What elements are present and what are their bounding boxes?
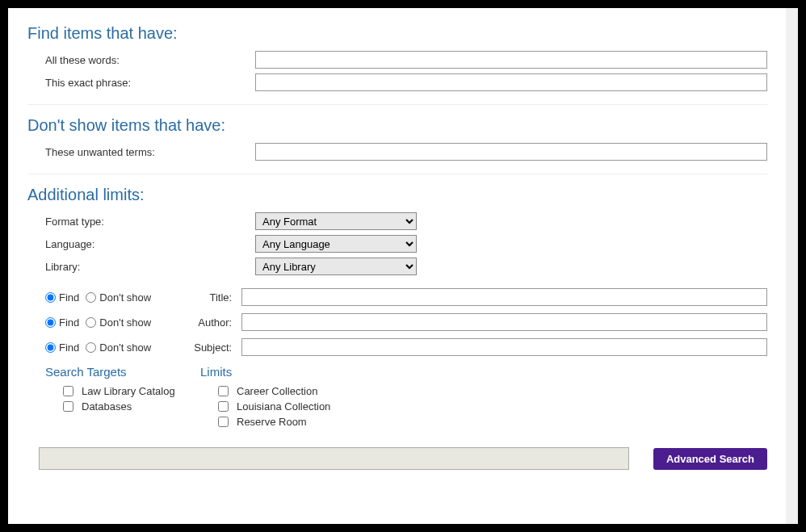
radio-input[interactable] bbox=[86, 292, 96, 303]
radio-find-subject[interactable]: Find bbox=[45, 341, 79, 354]
section-dont-show-heading: Don't show items that have: bbox=[27, 116, 767, 135]
radio-input[interactable] bbox=[86, 317, 96, 328]
footer: Advanced Search bbox=[27, 447, 767, 470]
label-title: Title: bbox=[172, 291, 232, 304]
check-databases[interactable]: Databases bbox=[63, 400, 200, 413]
row-language: Language: Any Language bbox=[27, 235, 767, 253]
checkbox-input[interactable] bbox=[218, 401, 229, 412]
row-format: Format type: Any Format bbox=[27, 212, 767, 230]
radio-find-title[interactable]: Find bbox=[45, 291, 79, 304]
label-language: Language: bbox=[45, 238, 255, 250]
label-exact-phrase: This exact phrase: bbox=[45, 77, 255, 89]
radio-find-author[interactable]: Find bbox=[45, 316, 79, 329]
label-library: Library: bbox=[45, 261, 255, 273]
checkbox-input[interactable] bbox=[63, 386, 73, 396]
radio-rows: Find Don't show Title: Find Don't show A… bbox=[27, 288, 767, 356]
row-library: Library: Any Library bbox=[27, 258, 767, 275]
section-limits-heading: Additional limits: bbox=[27, 186, 767, 204]
check-career[interactable]: Career Collection bbox=[218, 385, 330, 397]
col-search-targets: Search Targets Law Library Catalog Datab… bbox=[45, 363, 200, 431]
input-title[interactable] bbox=[241, 288, 767, 306]
col-limits: Limits Career Collection Louisiana Colle… bbox=[200, 363, 330, 431]
radio-input[interactable] bbox=[45, 342, 56, 353]
search-form-page: Find items that have: All these words: T… bbox=[8, 8, 798, 524]
field-exact-phrase: This exact phrase: bbox=[27, 73, 767, 91]
radio-row-author: Find Don't show Author: bbox=[27, 313, 767, 331]
divider bbox=[27, 104, 767, 105]
checkbox-input[interactable] bbox=[63, 401, 73, 412]
select-library[interactable]: Any Library bbox=[255, 258, 417, 275]
advanced-search-button[interactable]: Advanced Search bbox=[653, 448, 767, 470]
input-subject[interactable] bbox=[241, 338, 767, 356]
radio-input[interactable] bbox=[86, 342, 96, 353]
radio-row-title: Find Don't show Title: bbox=[27, 288, 767, 306]
label-format: Format type: bbox=[45, 216, 255, 228]
footer-search-input[interactable] bbox=[39, 447, 629, 470]
input-unwanted[interactable] bbox=[255, 143, 767, 161]
input-author[interactable] bbox=[241, 313, 767, 331]
select-format[interactable]: Any Format bbox=[255, 212, 417, 230]
field-unwanted: These unwanted terms: bbox=[27, 143, 767, 161]
radio-dontshow-subject[interactable]: Don't show bbox=[86, 341, 151, 354]
radio-row-subject: Find Don't show Subject: bbox=[27, 338, 767, 356]
scrollbar[interactable] bbox=[786, 8, 798, 524]
section-find-heading: Find items that have: bbox=[27, 24, 767, 43]
check-reserve[interactable]: Reserve Room bbox=[218, 416, 330, 428]
check-louisiana[interactable]: Louisiana Collection bbox=[218, 400, 330, 413]
label-author: Author: bbox=[172, 316, 232, 329]
select-language[interactable]: Any Language bbox=[255, 235, 417, 253]
heading-search-targets: Search Targets bbox=[45, 365, 200, 379]
check-law-library[interactable]: Law Library Catalog bbox=[63, 385, 200, 397]
label-unwanted: These unwanted terms: bbox=[45, 146, 255, 158]
input-exact-phrase[interactable] bbox=[255, 73, 767, 91]
radio-input[interactable] bbox=[45, 292, 56, 303]
radio-dontshow-author[interactable]: Don't show bbox=[86, 316, 151, 329]
checkbox-input[interactable] bbox=[218, 417, 229, 427]
content-area: Find items that have: All these words: T… bbox=[27, 24, 767, 470]
columns: Search Targets Law Library Catalog Datab… bbox=[27, 363, 767, 431]
label-all-words: All these words: bbox=[45, 54, 255, 66]
field-all-words: All these words: bbox=[27, 51, 767, 69]
label-subject: Subject: bbox=[172, 341, 232, 354]
heading-limits: Limits bbox=[200, 365, 330, 379]
radio-input[interactable] bbox=[45, 317, 56, 328]
divider bbox=[27, 174, 767, 174]
input-all-words[interactable] bbox=[255, 51, 767, 69]
checkbox-input[interactable] bbox=[218, 386, 229, 396]
radio-dontshow-title[interactable]: Don't show bbox=[86, 291, 151, 304]
